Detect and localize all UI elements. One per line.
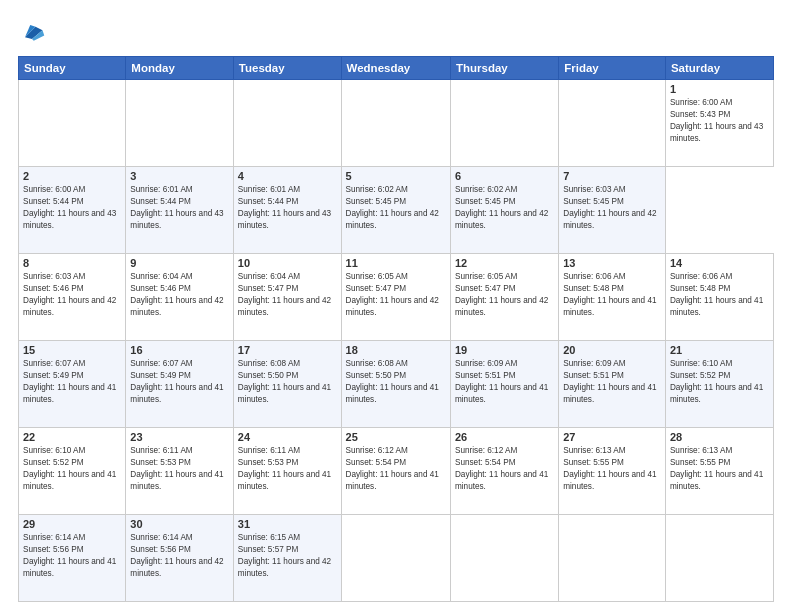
page: SundayMondayTuesdayWednesdayThursdayFrid… xyxy=(0,0,792,612)
calendar-cell: 15 Sunrise: 6:07 AM Sunset: 5:49 PM Dayl… xyxy=(19,341,126,428)
day-info: Sunrise: 6:11 AM Sunset: 5:53 PM Dayligh… xyxy=(130,445,229,493)
calendar-cell: 3 Sunrise: 6:01 AM Sunset: 5:44 PM Dayli… xyxy=(126,167,234,254)
daylight-label: Daylight: 11 hours and 42 minutes. xyxy=(23,296,116,317)
logo-icon xyxy=(18,18,46,46)
calendar-header: SundayMondayTuesdayWednesdayThursdayFrid… xyxy=(19,57,774,80)
daylight-label: Daylight: 11 hours and 41 minutes. xyxy=(563,296,656,317)
week-row-5: 29 Sunrise: 6:14 AM Sunset: 5:56 PM Dayl… xyxy=(19,515,774,602)
sunrise-label: Sunrise: 6:01 AM xyxy=(130,185,192,194)
header-row: SundayMondayTuesdayWednesdayThursdayFrid… xyxy=(19,57,774,80)
sunrise-label: Sunrise: 6:04 AM xyxy=(238,272,300,281)
calendar-cell: 9 Sunrise: 6:04 AM Sunset: 5:46 PM Dayli… xyxy=(126,254,234,341)
day-info: Sunrise: 6:15 AM Sunset: 5:57 PM Dayligh… xyxy=(238,532,337,580)
sunrise-label: Sunrise: 6:00 AM xyxy=(23,185,85,194)
day-number: 23 xyxy=(130,431,229,443)
day-info: Sunrise: 6:03 AM Sunset: 5:45 PM Dayligh… xyxy=(563,184,661,232)
calendar-cell: 1 Sunrise: 6:00 AM Sunset: 5:43 PM Dayli… xyxy=(665,80,773,167)
day-info: Sunrise: 6:14 AM Sunset: 5:56 PM Dayligh… xyxy=(130,532,229,580)
sunrise-label: Sunrise: 6:11 AM xyxy=(130,446,192,455)
sunset-label: Sunset: 5:53 PM xyxy=(130,458,191,467)
calendar-cell: 17 Sunrise: 6:08 AM Sunset: 5:50 PM Dayl… xyxy=(233,341,341,428)
sunset-label: Sunset: 5:54 PM xyxy=(346,458,407,467)
daylight-label: Daylight: 11 hours and 42 minutes. xyxy=(346,296,439,317)
daylight-label: Daylight: 11 hours and 43 minutes. xyxy=(23,209,116,230)
daylight-label: Daylight: 11 hours and 42 minutes. xyxy=(346,209,439,230)
daylight-label: Daylight: 11 hours and 41 minutes. xyxy=(23,557,116,578)
calendar-cell: 14 Sunrise: 6:06 AM Sunset: 5:48 PM Dayl… xyxy=(665,254,773,341)
week-row-3: 15 Sunrise: 6:07 AM Sunset: 5:49 PM Dayl… xyxy=(19,341,774,428)
day-number: 1 xyxy=(670,83,769,95)
calendar-cell: 13 Sunrise: 6:06 AM Sunset: 5:48 PM Dayl… xyxy=(559,254,666,341)
sunset-label: Sunset: 5:55 PM xyxy=(670,458,731,467)
day-number: 2 xyxy=(23,170,121,182)
sunrise-label: Sunrise: 6:12 AM xyxy=(455,446,517,455)
day-header-friday: Friday xyxy=(559,57,666,80)
day-number: 31 xyxy=(238,518,337,530)
sunset-label: Sunset: 5:46 PM xyxy=(130,284,191,293)
week-row-1: 2 Sunrise: 6:00 AM Sunset: 5:44 PM Dayli… xyxy=(19,167,774,254)
sunset-label: Sunset: 5:53 PM xyxy=(238,458,299,467)
calendar-cell: 16 Sunrise: 6:07 AM Sunset: 5:49 PM Dayl… xyxy=(126,341,234,428)
day-info: Sunrise: 6:00 AM Sunset: 5:43 PM Dayligh… xyxy=(670,97,769,145)
day-number: 28 xyxy=(670,431,769,443)
calendar-cell: 31 Sunrise: 6:15 AM Sunset: 5:57 PM Dayl… xyxy=(233,515,341,602)
daylight-label: Daylight: 11 hours and 42 minutes. xyxy=(563,209,656,230)
sunset-label: Sunset: 5:49 PM xyxy=(23,371,84,380)
sunrise-label: Sunrise: 6:09 AM xyxy=(563,359,625,368)
day-info: Sunrise: 6:12 AM Sunset: 5:54 PM Dayligh… xyxy=(346,445,446,493)
day-number: 7 xyxy=(563,170,661,182)
day-number: 4 xyxy=(238,170,337,182)
week-row-4: 22 Sunrise: 6:10 AM Sunset: 5:52 PM Dayl… xyxy=(19,428,774,515)
day-info: Sunrise: 6:13 AM Sunset: 5:55 PM Dayligh… xyxy=(563,445,661,493)
day-number: 12 xyxy=(455,257,554,269)
header xyxy=(18,18,774,46)
sunset-label: Sunset: 5:45 PM xyxy=(346,197,407,206)
sunrise-label: Sunrise: 6:06 AM xyxy=(670,272,732,281)
day-number: 18 xyxy=(346,344,446,356)
day-info: Sunrise: 6:13 AM Sunset: 5:55 PM Dayligh… xyxy=(670,445,769,493)
day-header-wednesday: Wednesday xyxy=(341,57,450,80)
week-row-0: 1 Sunrise: 6:00 AM Sunset: 5:43 PM Dayli… xyxy=(19,80,774,167)
daylight-label: Daylight: 11 hours and 41 minutes. xyxy=(670,383,763,404)
calendar-cell xyxy=(665,515,773,602)
sunset-label: Sunset: 5:47 PM xyxy=(238,284,299,293)
day-number: 27 xyxy=(563,431,661,443)
sunset-label: Sunset: 5:45 PM xyxy=(455,197,516,206)
day-number: 6 xyxy=(455,170,554,182)
sunset-label: Sunset: 5:52 PM xyxy=(23,458,84,467)
day-number: 14 xyxy=(670,257,769,269)
daylight-label: Daylight: 11 hours and 41 minutes. xyxy=(346,470,439,491)
calendar-cell: 8 Sunrise: 6:03 AM Sunset: 5:46 PM Dayli… xyxy=(19,254,126,341)
sunrise-label: Sunrise: 6:06 AM xyxy=(563,272,625,281)
day-number: 11 xyxy=(346,257,446,269)
daylight-label: Daylight: 11 hours and 43 minutes. xyxy=(670,122,763,143)
daylight-label: Daylight: 11 hours and 42 minutes. xyxy=(130,296,223,317)
calendar-cell: 27 Sunrise: 6:13 AM Sunset: 5:55 PM Dayl… xyxy=(559,428,666,515)
sunset-label: Sunset: 5:47 PM xyxy=(455,284,516,293)
sunrise-label: Sunrise: 6:04 AM xyxy=(130,272,192,281)
sunset-label: Sunset: 5:44 PM xyxy=(130,197,191,206)
sunset-label: Sunset: 5:55 PM xyxy=(563,458,624,467)
sunrise-label: Sunrise: 6:05 AM xyxy=(346,272,408,281)
day-number: 17 xyxy=(238,344,337,356)
sunrise-label: Sunrise: 6:09 AM xyxy=(455,359,517,368)
sunset-label: Sunset: 5:45 PM xyxy=(563,197,624,206)
daylight-label: Daylight: 11 hours and 41 minutes. xyxy=(563,470,656,491)
day-header-monday: Monday xyxy=(126,57,234,80)
day-number: 15 xyxy=(23,344,121,356)
day-info: Sunrise: 6:06 AM Sunset: 5:48 PM Dayligh… xyxy=(563,271,661,319)
day-header-tuesday: Tuesday xyxy=(233,57,341,80)
sunset-label: Sunset: 5:52 PM xyxy=(670,371,731,380)
calendar-cell: 7 Sunrise: 6:03 AM Sunset: 5:45 PM Dayli… xyxy=(559,167,666,254)
day-header-thursday: Thursday xyxy=(450,57,558,80)
sunrise-label: Sunrise: 6:10 AM xyxy=(23,446,85,455)
calendar-cell: 21 Sunrise: 6:10 AM Sunset: 5:52 PM Dayl… xyxy=(665,341,773,428)
calendar-cell: 11 Sunrise: 6:05 AM Sunset: 5:47 PM Dayl… xyxy=(341,254,450,341)
calendar-cell: 6 Sunrise: 6:02 AM Sunset: 5:45 PM Dayli… xyxy=(450,167,558,254)
day-number: 25 xyxy=(346,431,446,443)
calendar-cell xyxy=(341,80,450,167)
calendar-cell: 22 Sunrise: 6:10 AM Sunset: 5:52 PM Dayl… xyxy=(19,428,126,515)
sunrise-label: Sunrise: 6:01 AM xyxy=(238,185,300,194)
calendar-cell xyxy=(126,80,234,167)
day-info: Sunrise: 6:14 AM Sunset: 5:56 PM Dayligh… xyxy=(23,532,121,580)
